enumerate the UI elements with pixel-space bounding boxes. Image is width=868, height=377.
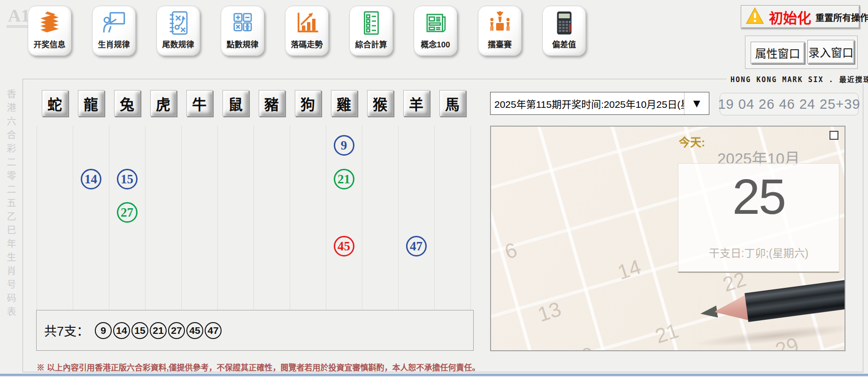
zodiac-button-8[interactable]: 狗 [295, 90, 321, 116]
presenter-icon [100, 9, 128, 37]
calendar-ganzhi-label: 干支日:丁卯;(星期六) [678, 244, 839, 260]
toolbar-button-label: 开奖信息 [34, 38, 66, 50]
zodiac-button-9[interactable]: 雞 [331, 90, 357, 116]
zodiac-button-2[interactable]: 龍 [78, 90, 104, 116]
calendar-panel: 613142021222829 今天: 2025年10月 25 干支日:丁卯;(… [490, 126, 845, 351]
zodiac-button-row: 蛇龍兔虎牛鼠豬狗雞猴羊馬 [37, 90, 471, 116]
podium-icon [486, 9, 514, 37]
toolbar-button-label: 偏差值 [552, 38, 576, 50]
zodiac-button-1[interactable]: 蛇 [42, 90, 68, 116]
init-button-label: 初始化 [769, 7, 811, 27]
newspaper-icon [422, 9, 449, 37]
entry-window-button[interactable]: 录入窗口 [807, 40, 854, 64]
toolbar-button-books[interactable]: 开奖信息 [28, 6, 71, 56]
zodiac-number-chart: 9141521274547 [37, 126, 471, 310]
summary-box: 共7支： 9141521274547 [36, 310, 474, 351]
property-window-button[interactable]: 属性窗口 [751, 42, 805, 64]
toolbar-button-label: 點數規律 [227, 38, 259, 50]
window-buttons-panel: 属性窗口 录入窗口 [745, 36, 858, 69]
toolbar-button-podium[interactable]: 擂臺賽 [478, 6, 522, 56]
sidebar-vertical-caption: 香港六合彩二零二五乙巳年生肖号码表 [4, 89, 18, 320]
calendar-checkbox[interactable] [830, 131, 838, 140]
warning-icon [745, 7, 765, 27]
chart-ball: 21 [334, 169, 354, 189]
summary-ball: 47 [205, 322, 222, 339]
summary-ball: 21 [150, 322, 167, 339]
latest-numbers-display: 19 04 26 46 24 25+39 [720, 93, 859, 115]
strategy-notebook-icon [165, 9, 192, 37]
toolbar-button-label: 綜合計算 [355, 38, 387, 50]
toolbar-button-label: 生肖规律 [98, 38, 130, 50]
toolbar-button-newspaper[interactable]: 概念100 [414, 6, 457, 56]
bar-chart-icon [293, 9, 321, 37]
draw-period-combobox[interactable]: 2025年第115期开奖时间:2025年10月25日(星期六) ▼ [490, 92, 709, 115]
summary-ball: 27 [168, 322, 185, 339]
toolbar-button-label: 落碼走勢 [291, 38, 323, 50]
zodiac-button-10[interactable]: 猴 [367, 90, 393, 116]
pencil-wood [714, 294, 750, 325]
toolbar-button-presenter[interactable]: 生肖规律 [92, 6, 136, 56]
toolbar: 开奖信息生肖规律尾数规律點數規律落碼走勢綜合計算概念100擂臺賽偏差值 [28, 6, 586, 56]
math-operations-icon [229, 9, 256, 37]
zodiac-button-6[interactable]: 鼠 [223, 90, 249, 116]
calendar-day-card: 25 干支日:丁卯;(星期六) [678, 163, 839, 273]
init-button[interactable]: 初始化 重置所有操作 [741, 5, 860, 29]
calculator-icon [551, 9, 578, 37]
checklist-icon [358, 9, 385, 37]
summary-ball: 45 [186, 322, 203, 339]
zodiac-button-4[interactable]: 虎 [150, 90, 177, 116]
toolbar-button-label: 擂臺賽 [488, 38, 512, 50]
toolbar-button-label: 尾数规律 [162, 38, 194, 50]
summary-ball: 14 [113, 322, 130, 339]
chart-ball: 9 [334, 135, 354, 156]
disclaimer-text: ※ 以上內容引用香港正版六合彩資料,僅提供參考，不保證其正確性，閱覽者若用於投資… [37, 361, 480, 373]
zodiac-button-12[interactable]: 馬 [439, 90, 466, 116]
zodiac-button-11[interactable]: 羊 [403, 90, 430, 116]
books-icon [36, 9, 63, 37]
toolbar-button-strategy-notebook[interactable]: 尾数规律 [156, 6, 200, 56]
summary-ball-list: 9141521274547 [95, 322, 222, 339]
summary-ball: 15 [131, 322, 148, 339]
draw-period-value: 2025年第115期开奖时间:2025年10月25日(星期六) [491, 92, 684, 114]
toolbar-button-bar-chart[interactable]: 落碼走勢 [285, 6, 329, 56]
toolbar-button-calculator[interactable]: 偏差值 [542, 6, 586, 56]
toolbar-button-label: 概念100 [421, 38, 450, 50]
toolbar-button-math-operations[interactable]: 點數規律 [221, 6, 264, 56]
combobox-arrow-icon[interactable]: ▼ [684, 92, 709, 114]
chart-ball: 15 [117, 169, 138, 189]
chart-ball: 27 [117, 202, 138, 223]
zodiac-button-5[interactable]: 牛 [186, 90, 213, 116]
pencil-tip [699, 305, 718, 319]
zodiac-button-7[interactable]: 豬 [259, 90, 285, 116]
toolbar-button-checklist[interactable]: 綜合計算 [349, 6, 393, 56]
chart-ball: 47 [406, 236, 427, 256]
summary-label: 共7支： [44, 321, 89, 339]
calendar-day-number: 25 [678, 168, 839, 239]
chart-ball: 45 [334, 236, 354, 256]
chart-ball: 14 [81, 169, 101, 189]
window-bottom-edge [0, 374, 868, 376]
group-box-legend: HONG KONG MARK SIX . 最近搅珠 [727, 74, 868, 84]
summary-ball: 9 [95, 322, 112, 339]
init-button-sublabel: 重置所有操作 [815, 11, 868, 23]
zodiac-button-3[interactable]: 兔 [114, 90, 140, 116]
